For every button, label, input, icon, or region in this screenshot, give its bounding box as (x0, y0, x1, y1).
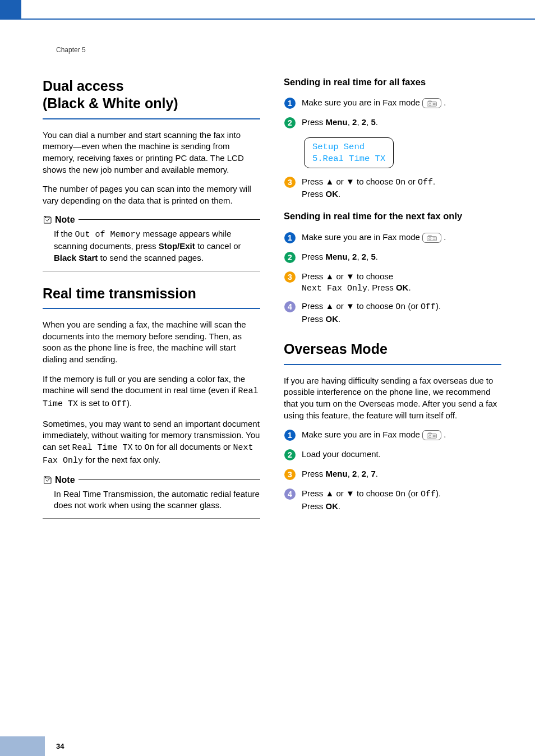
s3-4m2: Off (421, 490, 436, 499)
section-real-time-heading: Real time transmission (43, 280, 260, 309)
step-marker-1: 1 (284, 232, 296, 246)
fax-mode-button[interactable] (422, 233, 441, 243)
s2-4m2: Off (421, 302, 436, 312)
note-icon (43, 475, 53, 485)
step-b2: 2 Press Menu, 2, 2, 5. (284, 251, 501, 265)
fax-mode-button[interactable] (422, 430, 441, 440)
rt-p3-b: to (133, 442, 145, 451)
note-bold2: Black Start (54, 253, 98, 262)
rt-p3-m1: Real Time TX (72, 443, 133, 453)
step-marker-2: 2 (284, 449, 296, 463)
s3-4end: . (338, 501, 340, 511)
sub-all-faxes: Sending in real time for all faxes (284, 76, 501, 88)
note-real-time: Note In Real Time Transmission, the auto… (43, 475, 260, 519)
s2-4a: Press ▲ or ▼ to choose (302, 301, 395, 311)
s3-1-text: Make sure you are in Fax mode (302, 430, 422, 439)
note-text4: to send the scanned pages. (98, 253, 203, 262)
step1-text: Make sure you are in Fax mode (302, 98, 422, 107)
step-marker-2: 2 (284, 251, 296, 265)
section-dual-access-heading: Dual access (Black & White only) (43, 73, 260, 119)
svg-text:1: 1 (288, 431, 292, 440)
s2-1-text: Make sure you are in Fax mode (302, 232, 422, 242)
rt-p2-b: is set to (78, 398, 112, 408)
realtime-para3: Sometimes, you may want to send an impor… (43, 418, 260, 467)
page-number: 34 (56, 742, 64, 750)
step-1: 1 Make sure you are in Fax mode . (284, 97, 501, 111)
note-body2: In Real Time Transmission, the automatic… (43, 488, 260, 519)
s2-2a: Press (302, 252, 326, 261)
s2-4ok: OK (326, 314, 339, 324)
rt-p2-m2: Off (112, 399, 127, 409)
svg-text:2: 2 (288, 118, 292, 127)
s2-3ok: OK (396, 283, 409, 292)
svg-text:1: 1 (288, 99, 292, 108)
period: . (441, 430, 446, 439)
overseas-para1: If you are having difficulty sending a f… (284, 375, 501, 422)
s3-4m1: On (395, 490, 405, 499)
step-marker-4: 4 (284, 301, 296, 325)
s1-3m2: Off (418, 178, 433, 187)
s2-2c: , 2, 2, 5. (348, 252, 378, 261)
step-c1: 1 Make sure you are in Fax mode . (284, 429, 501, 443)
s1-3end: . (338, 189, 340, 199)
step-marker-4: 4 (284, 488, 296, 512)
right-column: Sending in real time for all faxes 1 Mak… (284, 73, 501, 528)
fax-mode-button[interactable] (422, 98, 441, 108)
s2-3m: Next Fax Only (302, 284, 367, 293)
s2-3end: . (408, 283, 411, 292)
rt-p2-c: ). (127, 398, 132, 408)
svg-text:3: 3 (288, 178, 292, 187)
note-text3: to cancel or (195, 241, 241, 251)
svg-point-11 (429, 237, 431, 239)
step-b3: 3 Press ▲ or ▼ to choose Next Fax Only. … (284, 271, 501, 295)
s3-3b: Menu (326, 469, 348, 478)
step-marker-3: 3 (284, 176, 296, 200)
svg-text:2: 2 (288, 450, 292, 459)
s3-4mid: (or (405, 488, 421, 498)
rt-p3-c: for all documents or (154, 442, 233, 451)
rt-p3-m2: On (144, 443, 154, 453)
dual-access-para2: The number of pages you can scan into th… (43, 183, 260, 206)
note-body: If the Out of Memory message appears whi… (43, 228, 260, 271)
note-text: If the (54, 229, 75, 238)
left-accent-bar (0, 0, 21, 20)
note-mono: Out of Memory (75, 230, 141, 239)
note-out-of-memory: Note If the Out of Memory message appear… (43, 215, 260, 271)
step-marker-3: 3 (284, 468, 296, 482)
step-3: 3 Press ▲ or ▼ to choose On or Off.Press… (284, 176, 501, 200)
svg-text:1: 1 (288, 233, 292, 242)
s3-2-text: Load your document. (302, 449, 501, 463)
s1-3a: Press ▲ or ▼ to choose (302, 177, 395, 186)
s2-4end: . (338, 314, 340, 324)
chapter-label: Chapter 5 (56, 46, 86, 54)
step-2: 2 Press Menu, 2, 2, 5. (284, 117, 501, 131)
step-marker-1: 1 (284, 429, 296, 443)
svg-text:3: 3 (288, 470, 292, 479)
note-bold1: Stop/Exit (159, 241, 195, 251)
note-label: Note (55, 475, 75, 485)
s3-3a: Press (302, 469, 326, 478)
s1-3m1: On (395, 178, 405, 187)
step-c2: 2 Load your document. (284, 449, 501, 463)
svg-text:4: 4 (288, 302, 292, 311)
s1-3mid: or (405, 177, 418, 186)
s1-3ok: OK (326, 189, 339, 199)
s3-3c: , 2, 2, 7. (348, 469, 378, 478)
s1-2c: , 2, 2, 5. (348, 117, 378, 127)
svg-point-21 (429, 435, 431, 437)
s2-4mid: (or (405, 301, 421, 311)
s1-2b: Menu (326, 117, 348, 127)
s3-4a: Press ▲ or ▼ to choose (302, 488, 395, 498)
s1-2a: Press (302, 117, 326, 127)
rt-p3-d: for the next fax only. (83, 455, 160, 464)
content-area: Dual access (Black & White only) You can… (43, 73, 501, 528)
note-icon (43, 215, 53, 225)
step-b1: 1 Make sure you are in Fax mode . (284, 232, 501, 246)
period: . (441, 232, 446, 242)
s2-2b: Menu (326, 252, 348, 261)
left-column: Dual access (Black & White only) You can… (43, 73, 260, 528)
step-marker-2: 2 (284, 117, 296, 131)
s2-3mid: . Press (367, 283, 396, 292)
svg-point-3 (429, 103, 431, 105)
svg-text:3: 3 (288, 273, 292, 282)
